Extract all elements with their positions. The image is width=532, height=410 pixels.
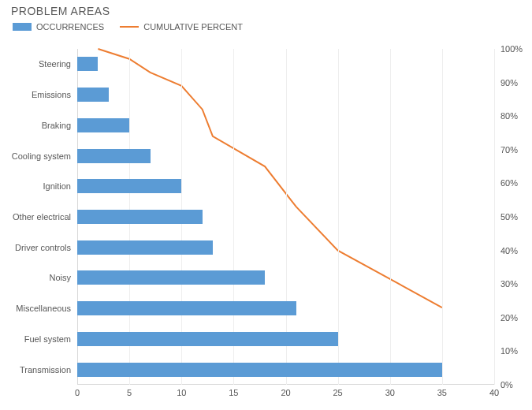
x-tick-label: 20 — [281, 385, 290, 397]
legend-label: OCCURRENCES — [36, 22, 104, 32]
x-tick-label: 15 — [229, 385, 238, 397]
y2-tick-label: 70% — [494, 145, 518, 155]
bar — [77, 363, 442, 377]
x-tick-label: 30 — [385, 385, 395, 397]
bar — [77, 149, 151, 163]
y2-tick-label: 50% — [494, 212, 518, 222]
category-label: Transmission — [0, 365, 77, 375]
bar — [77, 301, 296, 315]
y2-tick-label: 30% — [494, 279, 518, 289]
gridline — [442, 49, 443, 385]
line-swatch-icon — [120, 26, 139, 28]
category-label: Fuel system — [0, 334, 77, 344]
bar — [77, 118, 129, 132]
bar — [77, 240, 213, 255]
category-label: Miscellaneous — [0, 304, 77, 313]
category-label: Other electrical — [0, 212, 77, 222]
legend: OCCURRENCES CUMULATIVE PERCENT — [13, 22, 243, 32]
bar — [77, 88, 109, 102]
y2-tick-label: 20% — [494, 313, 518, 322]
x-tick-label: 25 — [333, 385, 343, 397]
x-tick-label: 10 — [177, 385, 186, 397]
chart-title: PROBLEM AREAS — [11, 5, 110, 17]
legend-item-cumulative: CUMULATIVE PERCENT — [120, 22, 243, 32]
y2-tick-label: 40% — [494, 246, 518, 255]
x-tick-label: 0 — [75, 385, 80, 397]
gridline — [338, 49, 339, 385]
plot-area: 05101520253035400%10%20%30%40%50%60%70%8… — [77, 49, 494, 385]
legend-item-occurrences: OCCURRENCES — [13, 22, 104, 32]
bar — [77, 270, 265, 285]
category-label: Steering — [0, 59, 77, 69]
category-label: Ignition — [0, 181, 77, 191]
y2-tick-label: 10% — [494, 346, 518, 356]
y2-tick-label: 90% — [494, 78, 518, 88]
category-label: Braking — [0, 121, 77, 130]
bar — [77, 57, 98, 71]
bar — [77, 332, 338, 346]
y2-tick-label: 100% — [494, 44, 523, 54]
category-label: Driver controls — [0, 243, 77, 252]
y2-tick-label: 0% — [494, 380, 513, 390]
x-tick-label: 5 — [127, 385, 132, 397]
y2-tick-label: 80% — [494, 111, 518, 121]
legend-label: CUMULATIVE PERCENT — [143, 22, 243, 32]
x-tick-label: 35 — [437, 385, 447, 397]
bar-swatch-icon — [13, 23, 32, 31]
category-label: Noisy — [0, 273, 77, 282]
gridline — [390, 49, 391, 385]
category-label: Cooling system — [0, 151, 77, 161]
category-label: Emissions — [0, 90, 77, 99]
pareto-chart: PROBLEM AREAS OCCURRENCES CUMULATIVE PER… — [0, 0, 532, 410]
y2-tick-label: 60% — [494, 178, 518, 188]
bar — [77, 210, 203, 224]
bar — [77, 179, 181, 193]
